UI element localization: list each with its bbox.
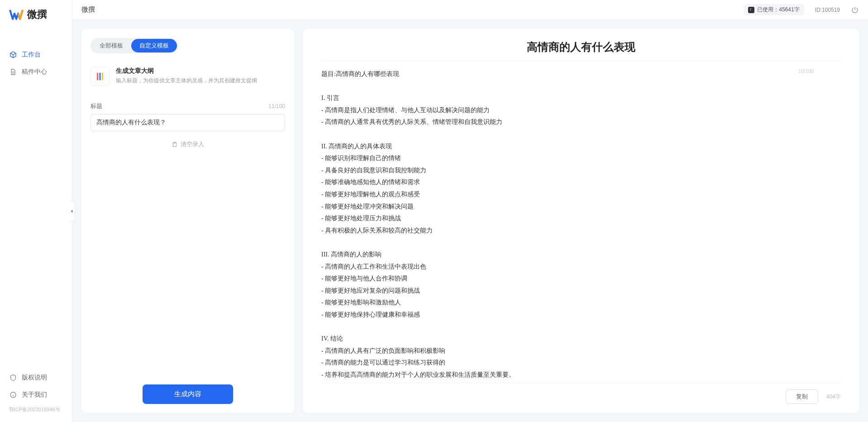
tab-custom-templates[interactable]: 自定义模板 [131, 39, 177, 52]
main: 微撰 T 已使用： 45641字 ID:100519 全部模板 自定义模板 [72, 0, 868, 422]
title-label: 标题 [91, 102, 102, 110]
content: 全部模板 自定义模板 生成文章大纲 输入标题，为你提供文章主体的灵感，并为其创建… [72, 20, 868, 422]
trash-icon [172, 141, 178, 147]
sidebar-item-about[interactable]: 关于我们 [0, 386, 72, 403]
template-desc: 输入标题，为你提供文章主体的灵感，并为其创建推文提纲 [116, 77, 285, 85]
copy-button[interactable]: 复制 [786, 389, 818, 404]
logo-text: 微撰 [27, 8, 47, 21]
template-icon [91, 67, 110, 86]
cube-icon [9, 51, 17, 59]
tab-all-templates[interactable]: 全部模板 [91, 39, 131, 52]
sidebar-item-drafts[interactable]: 稿件中心 [0, 63, 72, 81]
generate-button[interactable]: 生成内容 [143, 384, 233, 404]
form-title-section: 标题 11/100 [91, 102, 285, 131]
sidebar-footer: 版权说明 关于我们 鄂ICP备2022016946号 [0, 369, 72, 422]
icp-text: 鄂ICP备2022016946号 [0, 403, 72, 417]
usage-value: 45641字 [779, 6, 799, 14]
output-title-count: 10/100 [798, 68, 814, 74]
sidebar-item-label: 关于我们 [22, 391, 47, 399]
template-title: 生成文章大纲 [116, 67, 285, 75]
document-icon [9, 68, 17, 76]
template-card[interactable]: 生成文章大纲 输入标题，为你提供文章主体的灵感，并为其创建推文提纲 [91, 62, 285, 91]
svg-text:T: T [750, 8, 752, 11]
user-id: ID:100519 [815, 7, 840, 13]
output-word-count: 404字 [826, 393, 841, 401]
topbar: 微撰 T 已使用： 45641字 ID:100519 [72, 0, 868, 20]
clear-label: 清空录入 [181, 140, 204, 148]
sidebar-item-copyright[interactable]: 版权说明 [0, 369, 72, 386]
usage-prefix: 已使用： [757, 6, 779, 14]
output-panel: 高情商的人有什么表现 10/100 题目:高情商的人有哪些表现 I. 引言 - … [303, 29, 859, 413]
template-info: 生成文章大纲 输入标题，为你提供文章主体的灵感，并为其创建推文提纲 [116, 67, 285, 85]
shield-icon [9, 374, 17, 382]
sidebar-nav: 工作台 稿件中心 [0, 33, 72, 369]
output-title[interactable]: 高情商的人有什么表现 [321, 40, 841, 54]
title-input[interactable] [91, 114, 285, 131]
sidebar-item-label: 稿件中心 [22, 68, 47, 76]
output-body[interactable]: 题目:高情商的人有哪些表现 I. 引言 - 高情商是指人们处理情绪、与他人互动以… [321, 68, 841, 381]
usage-badge[interactable]: T 已使用： 45641字 [744, 4, 804, 15]
text-badge-icon: T [748, 7, 754, 13]
sidebar-item-label: 版权说明 [22, 374, 47, 382]
info-icon [9, 391, 17, 399]
input-panel: 全部模板 自定义模板 生成文章大纲 输入标题，为你提供文章主体的灵感，并为其创建… [81, 29, 294, 413]
clear-input-button[interactable]: 清空录入 [91, 140, 285, 148]
output-footer: 复制 404字 [321, 383, 841, 404]
topbar-title: 微撰 [81, 5, 744, 14]
app-logo: 微撰 [0, 0, 72, 33]
sidebar: 微撰 工作台 稿件中心 版权说明 [0, 0, 72, 422]
sidebar-item-label: 工作台 [22, 51, 41, 59]
logo-icon [9, 7, 24, 22]
power-icon[interactable] [851, 6, 859, 14]
sidebar-collapse-handle[interactable] [69, 201, 75, 221]
template-tabs: 全部模板 自定义模板 [91, 38, 178, 53]
sidebar-item-workbench[interactable]: 工作台 [0, 46, 72, 63]
title-char-count: 11/100 [268, 103, 285, 109]
